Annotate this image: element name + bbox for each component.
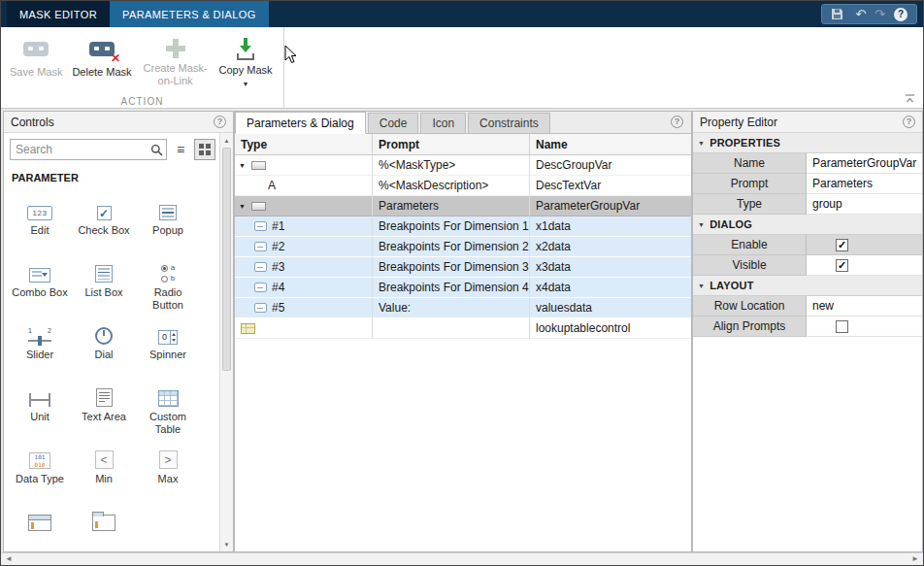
grid-view-button[interactable]	[194, 139, 215, 160]
prompt-cell[interactable]: Value:	[373, 298, 530, 318]
table-row-parameter-group-selected[interactable]: ▼ Parameters ParameterGroupVar	[235, 196, 691, 216]
table-row-x4data[interactable]: #4 Breakpoints For Dimension 4 : x4data	[235, 278, 691, 298]
enable-checkbox[interactable]: ✓	[836, 239, 848, 251]
help-icon[interactable]: ?	[903, 116, 915, 128]
slider-icon: 12	[27, 327, 52, 345]
save-mask-button[interactable]: Save Mask	[7, 33, 65, 81]
table-row-descgroup[interactable]: ▼ %<MaskType> DescGroupVar	[235, 155, 691, 176]
name-cell[interactable]: DescGroupVar	[530, 155, 691, 176]
delete-mask-button[interactable]: ✕ Delete Mask	[69, 33, 134, 81]
control-combo-box[interactable]: Combo Box	[8, 250, 72, 312]
table-row-x3data[interactable]: #3 Breakpoints For Dimension 3 : x3data	[235, 257, 691, 278]
chevron-down-icon[interactable]: ▼	[239, 162, 247, 169]
table-row-x1data[interactable]: #1 Breakpoints For Dimension 1 : x1data	[235, 216, 691, 237]
property-label: Name	[693, 153, 807, 174]
property-value-name[interactable]: ParameterGroupVar	[807, 153, 922, 174]
control-unit[interactable]: Unit	[8, 374, 72, 436]
control-check-box[interactable]: ✓ Check Box	[72, 187, 136, 250]
tab-constraints[interactable]: Constraints	[468, 113, 550, 133]
control-text-area[interactable]: Text Area	[72, 374, 136, 436]
control-edit[interactable]: 123 Edit	[8, 187, 72, 250]
visible-checkbox[interactable]: ✓	[836, 259, 848, 272]
table-row-valuesdata[interactable]: #5 Value: valuesdata	[235, 298, 691, 318]
collapse-left-icon[interactable]: ◄	[5, 555, 13, 563]
property-value-row-location[interactable]: new	[807, 296, 922, 316]
prompt-cell[interactable]: Breakpoints For Dimension 4 :	[373, 278, 530, 298]
scroll-up-icon[interactable]: ▲	[220, 134, 233, 147]
prompt-cell[interactable]: Parameters	[373, 196, 530, 216]
save-icon[interactable]	[831, 8, 843, 20]
tab-parameters-dialog[interactable]: Parameters & Dialog	[235, 112, 366, 134]
control-tab-container[interactable]	[72, 498, 136, 551]
align-prompts-checkbox[interactable]	[836, 320, 848, 333]
list-view-icon: ≡	[177, 143, 184, 156]
search-input[interactable]	[11, 143, 150, 156]
property-row-enable: Enable ✓	[693, 235, 922, 255]
section-layout[interactable]: ▼ LAYOUT	[693, 276, 922, 296]
section-properties[interactable]: ▼ PROPERTIES	[693, 133, 922, 153]
name-cell[interactable]: DescTextVar	[530, 176, 691, 196]
tab-code[interactable]: Code	[368, 113, 419, 133]
control-spinner[interactable]: 0 Spinner	[136, 312, 200, 374]
control-group-box[interactable]	[8, 498, 72, 551]
help-icon[interactable]: ?	[214, 116, 226, 128]
prompt-cell[interactable]: Breakpoints For Dimension 1 :	[373, 216, 530, 237]
control-max[interactable]: > Max	[136, 436, 200, 498]
control-list-box[interactable]: List Box	[72, 250, 136, 312]
list-view-button[interactable]: ≡	[170, 139, 191, 160]
dropdown-caret-icon[interactable]: ▼	[243, 81, 249, 87]
tab-icon[interactable]: Icon	[420, 113, 466, 133]
prompt-cell[interactable]: %<MaskDescription>	[373, 176, 530, 196]
table-row-x2data[interactable]: #2 Breakpoints For Dimension 2 : x2data	[235, 237, 691, 257]
create-mask-on-link-button[interactable]: Create Mask-on-Link	[139, 33, 213, 89]
name-cell[interactable]: x2data	[530, 237, 691, 257]
collapse-ribbon-icon[interactable]	[904, 92, 915, 104]
control-data-type[interactable]: 101010 Data Type	[8, 436, 72, 498]
center-tab-bar: Parameters & Dialog Code Icon Constraint…	[235, 112, 691, 134]
control-min[interactable]: < Min	[72, 436, 136, 498]
name-cell[interactable]: valuesdata	[530, 298, 691, 318]
search-icon	[150, 144, 163, 156]
controls-scrollbar[interactable]: ▲ ▼	[219, 133, 233, 551]
prompt-cell[interactable]: %<MaskType>	[373, 155, 530, 176]
ribbon: Save Mask ✕ Delete Mask Create Mask-on-L…	[1, 27, 923, 109]
control-slider[interactable]: 12 Slider	[8, 312, 72, 374]
copy-mask-label: Copy Mask	[219, 64, 273, 77]
name-cell[interactable]: x3data	[530, 257, 691, 278]
prompt-cell[interactable]: Breakpoints For Dimension 3 :	[373, 257, 530, 278]
name-cell[interactable]: x4data	[530, 278, 691, 298]
control-dial[interactable]: Dial	[72, 312, 136, 374]
prompt-cell[interactable]	[373, 318, 530, 339]
collapse-right-icon[interactable]: ►	[911, 555, 919, 563]
help-icon[interactable]: ?	[671, 116, 683, 128]
table-header: Type Prompt Name	[235, 134, 691, 155]
undo-icon[interactable]: ↶	[855, 8, 866, 20]
table-row-desctext[interactable]: A %<MaskDescription> DescTextVar	[235, 176, 691, 196]
controls-panel: Controls ? ≡ PARAMETER 123 Edit	[3, 111, 234, 552]
spinner-icon: 0	[158, 330, 178, 345]
delete-x-icon: ✕	[111, 52, 120, 64]
property-value-prompt[interactable]: Parameters	[807, 174, 922, 194]
control-custom-table[interactable]: Custom Table	[136, 374, 200, 436]
scroll-down-icon[interactable]: ▼	[220, 538, 233, 550]
chevron-down-icon[interactable]: ▼	[239, 203, 247, 210]
control-popup[interactable]: Popup	[136, 187, 200, 250]
property-value-type[interactable]: group	[807, 194, 922, 215]
copy-mask-button[interactable]: Copy Mask ▼	[216, 33, 276, 89]
name-cell[interactable]: lookuptablecontrol	[530, 318, 691, 339]
control-radio-button[interactable]: a b Radio Button	[136, 250, 200, 312]
column-header-name[interactable]: Name	[530, 134, 691, 155]
scrollbar-thumb[interactable]	[222, 148, 231, 371]
help-icon[interactable]: ?	[894, 8, 908, 21]
text-icon: A	[268, 179, 276, 192]
prompt-cell[interactable]: Breakpoints For Dimension 2 :	[373, 237, 530, 257]
name-cell[interactable]: x1data	[530, 216, 691, 237]
redo-icon[interactable]: ↷	[874, 8, 885, 20]
column-header-type[interactable]: Type	[235, 134, 373, 155]
table-row-lookuptablecontrol[interactable]: lookuptablecontrol	[235, 318, 691, 339]
name-cell[interactable]: ParameterGroupVar	[530, 196, 691, 216]
tab-parameters-and-dialog[interactable]: PARAMETERS & DIALOG	[110, 1, 269, 27]
section-dialog[interactable]: ▼ DIALOG	[693, 215, 922, 235]
tab-mask-editor[interactable]: MASK EDITOR	[7, 1, 110, 27]
column-header-prompt[interactable]: Prompt	[373, 134, 530, 155]
